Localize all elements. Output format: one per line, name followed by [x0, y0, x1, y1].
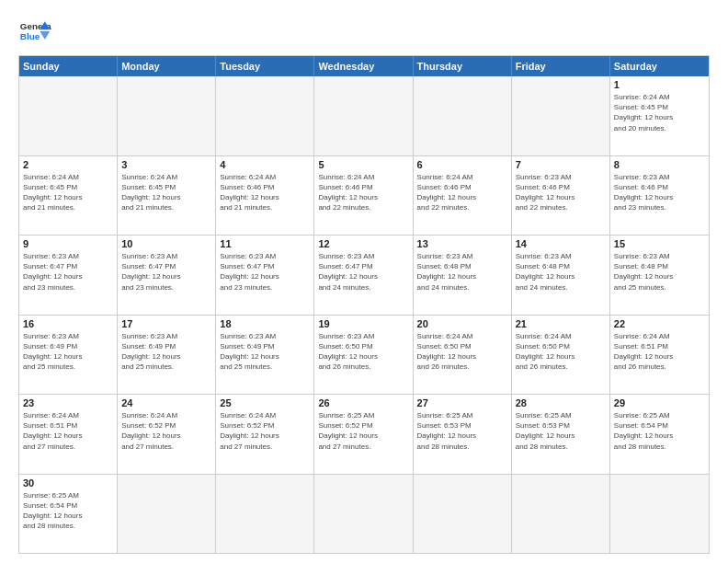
- day-number: 29: [614, 397, 705, 408]
- header-day-sunday: Sunday: [19, 56, 118, 76]
- calendar-week-1: 2Sunrise: 6:24 AM Sunset: 6:45 PM Daylig…: [19, 155, 709, 236]
- day-details: Sunrise: 6:24 AM Sunset: 6:50 PM Dayligh…: [516, 331, 606, 373]
- calendar-day-13: 13Sunrise: 6:23 AM Sunset: 6:48 PM Dayli…: [414, 236, 512, 315]
- page: General Blue SundayMondayTuesdayWednesda…: [0, 0, 728, 563]
- calendar-day-4: 4Sunrise: 6:24 AM Sunset: 6:46 PM Daylig…: [216, 156, 314, 236]
- calendar-day-10: 10Sunrise: 6:23 AM Sunset: 6:47 PM Dayli…: [118, 236, 216, 315]
- calendar-day-29: 29Sunrise: 6:25 AM Sunset: 6:54 PM Dayli…: [610, 395, 709, 474]
- header-day-tuesday: Tuesday: [216, 56, 314, 76]
- day-details: Sunrise: 6:24 AM Sunset: 6:51 PM Dayligh…: [23, 410, 113, 452]
- day-number: 16: [23, 318, 113, 329]
- calendar-empty-cell: [414, 76, 512, 155]
- day-number: 20: [417, 318, 507, 329]
- day-details: Sunrise: 6:25 AM Sunset: 6:53 PM Dayligh…: [516, 410, 606, 452]
- calendar-day-18: 18Sunrise: 6:23 AM Sunset: 6:49 PM Dayli…: [216, 316, 314, 395]
- header-day-monday: Monday: [118, 56, 216, 76]
- day-number: 25: [220, 397, 310, 408]
- calendar-week-4: 23Sunrise: 6:24 AM Sunset: 6:51 PM Dayli…: [19, 394, 709, 474]
- day-details: Sunrise: 6:23 AM Sunset: 6:46 PM Dayligh…: [516, 172, 606, 213]
- header-day-friday: Friday: [512, 56, 610, 76]
- day-details: Sunrise: 6:25 AM Sunset: 6:52 PM Dayligh…: [318, 410, 408, 452]
- calendar-day-19: 19Sunrise: 6:23 AM Sunset: 6:50 PM Dayli…: [314, 316, 413, 395]
- calendar-day-12: 12Sunrise: 6:23 AM Sunset: 6:47 PM Dayli…: [314, 236, 413, 315]
- calendar-day-22: 22Sunrise: 6:24 AM Sunset: 6:51 PM Dayli…: [610, 316, 709, 395]
- day-details: Sunrise: 6:24 AM Sunset: 6:45 PM Dayligh…: [23, 172, 113, 213]
- day-number: 19: [318, 318, 408, 329]
- calendar-empty-cell: [118, 76, 216, 155]
- calendar-day-1: 1Sunrise: 6:24 AM Sunset: 6:45 PM Daylig…: [610, 76, 709, 155]
- calendar-empty-cell: [610, 475, 709, 554]
- day-details: Sunrise: 6:24 AM Sunset: 6:46 PM Dayligh…: [417, 172, 507, 213]
- header-day-thursday: Thursday: [414, 56, 512, 76]
- day-number: 8: [614, 159, 705, 170]
- day-details: Sunrise: 6:23 AM Sunset: 6:49 PM Dayligh…: [220, 331, 310, 373]
- logo: General Blue: [18, 15, 51, 48]
- calendar-day-2: 2Sunrise: 6:24 AM Sunset: 6:45 PM Daylig…: [19, 156, 118, 236]
- calendar-empty-cell: [19, 76, 118, 155]
- day-number: 14: [516, 238, 606, 249]
- calendar-week-2: 9Sunrise: 6:23 AM Sunset: 6:47 PM Daylig…: [19, 235, 709, 315]
- day-number: 23: [23, 397, 113, 408]
- day-number: 28: [516, 397, 606, 408]
- day-details: Sunrise: 6:23 AM Sunset: 6:47 PM Dayligh…: [318, 251, 408, 293]
- day-details: Sunrise: 6:23 AM Sunset: 6:49 PM Dayligh…: [23, 331, 113, 373]
- calendar-day-3: 3Sunrise: 6:24 AM Sunset: 6:45 PM Daylig…: [118, 156, 216, 236]
- calendar-day-25: 25Sunrise: 6:24 AM Sunset: 6:52 PM Dayli…: [216, 395, 314, 474]
- day-number: 6: [417, 159, 507, 170]
- day-details: Sunrise: 6:23 AM Sunset: 6:47 PM Dayligh…: [23, 251, 113, 293]
- day-details: Sunrise: 6:24 AM Sunset: 6:52 PM Dayligh…: [220, 410, 310, 452]
- day-details: Sunrise: 6:23 AM Sunset: 6:46 PM Dayligh…: [614, 172, 705, 213]
- calendar-day-21: 21Sunrise: 6:24 AM Sunset: 6:50 PM Dayli…: [512, 316, 610, 395]
- calendar-empty-cell: [314, 475, 413, 554]
- day-details: Sunrise: 6:23 AM Sunset: 6:48 PM Dayligh…: [516, 251, 606, 293]
- day-number: 15: [614, 238, 705, 249]
- calendar-day-30: 30Sunrise: 6:25 AM Sunset: 6:54 PM Dayli…: [19, 475, 118, 554]
- calendar-day-16: 16Sunrise: 6:23 AM Sunset: 6:49 PM Dayli…: [19, 316, 118, 395]
- calendar-day-6: 6Sunrise: 6:24 AM Sunset: 6:46 PM Daylig…: [414, 156, 512, 236]
- day-number: 30: [23, 477, 113, 488]
- day-number: 10: [121, 238, 211, 249]
- day-number: 17: [121, 318, 211, 329]
- calendar-day-8: 8Sunrise: 6:23 AM Sunset: 6:46 PM Daylig…: [610, 156, 709, 236]
- day-details: Sunrise: 6:25 AM Sunset: 6:54 PM Dayligh…: [614, 410, 705, 452]
- calendar-body: 1Sunrise: 6:24 AM Sunset: 6:45 PM Daylig…: [19, 76, 709, 553]
- day-number: 3: [121, 159, 211, 170]
- day-details: Sunrise: 6:24 AM Sunset: 6:50 PM Dayligh…: [417, 331, 507, 373]
- generalblue-logo-icon: General Blue: [18, 15, 51, 48]
- header-day-wednesday: Wednesday: [314, 56, 413, 76]
- day-details: Sunrise: 6:23 AM Sunset: 6:50 PM Dayligh…: [318, 331, 408, 373]
- day-number: 1: [614, 79, 705, 90]
- calendar: SundayMondayTuesdayWednesdayThursdayFrid…: [18, 55, 710, 554]
- calendar-day-28: 28Sunrise: 6:25 AM Sunset: 6:53 PM Dayli…: [512, 395, 610, 474]
- calendar-day-17: 17Sunrise: 6:23 AM Sunset: 6:49 PM Dayli…: [118, 316, 216, 395]
- day-number: 21: [516, 318, 606, 329]
- header: General Blue: [18, 15, 710, 48]
- calendar-empty-cell: [414, 475, 512, 554]
- day-details: Sunrise: 6:24 AM Sunset: 6:45 PM Dayligh…: [614, 92, 705, 133]
- day-details: Sunrise: 6:23 AM Sunset: 6:47 PM Dayligh…: [121, 251, 211, 293]
- calendar-empty-cell: [216, 76, 314, 155]
- calendar-empty-cell: [512, 475, 610, 554]
- header-day-saturday: Saturday: [610, 56, 709, 76]
- calendar-week-5: 30Sunrise: 6:25 AM Sunset: 6:54 PM Dayli…: [19, 474, 709, 554]
- day-details: Sunrise: 6:23 AM Sunset: 6:48 PM Dayligh…: [614, 251, 705, 293]
- day-details: Sunrise: 6:24 AM Sunset: 6:45 PM Dayligh…: [121, 172, 211, 213]
- calendar-day-24: 24Sunrise: 6:24 AM Sunset: 6:52 PM Dayli…: [118, 395, 216, 474]
- calendar-day-5: 5Sunrise: 6:24 AM Sunset: 6:46 PM Daylig…: [314, 156, 413, 236]
- day-number: 9: [23, 238, 113, 249]
- calendar-day-11: 11Sunrise: 6:23 AM Sunset: 6:47 PM Dayli…: [216, 236, 314, 315]
- calendar-day-9: 9Sunrise: 6:23 AM Sunset: 6:47 PM Daylig…: [19, 236, 118, 315]
- day-number: 5: [318, 159, 408, 170]
- day-details: Sunrise: 6:23 AM Sunset: 6:48 PM Dayligh…: [417, 251, 507, 293]
- day-details: Sunrise: 6:23 AM Sunset: 6:47 PM Dayligh…: [220, 251, 310, 293]
- day-number: 27: [417, 397, 507, 408]
- svg-marker-3: [40, 31, 50, 40]
- calendar-empty-cell: [314, 76, 413, 155]
- day-details: Sunrise: 6:24 AM Sunset: 6:46 PM Dayligh…: [220, 172, 310, 213]
- calendar-day-14: 14Sunrise: 6:23 AM Sunset: 6:48 PM Dayli…: [512, 236, 610, 315]
- day-details: Sunrise: 6:23 AM Sunset: 6:49 PM Dayligh…: [121, 331, 211, 373]
- day-details: Sunrise: 6:24 AM Sunset: 6:51 PM Dayligh…: [614, 331, 705, 373]
- day-details: Sunrise: 6:24 AM Sunset: 6:52 PM Dayligh…: [121, 410, 211, 452]
- calendar-header: SundayMondayTuesdayWednesdayThursdayFrid…: [19, 56, 709, 76]
- day-details: Sunrise: 6:24 AM Sunset: 6:46 PM Dayligh…: [318, 172, 408, 213]
